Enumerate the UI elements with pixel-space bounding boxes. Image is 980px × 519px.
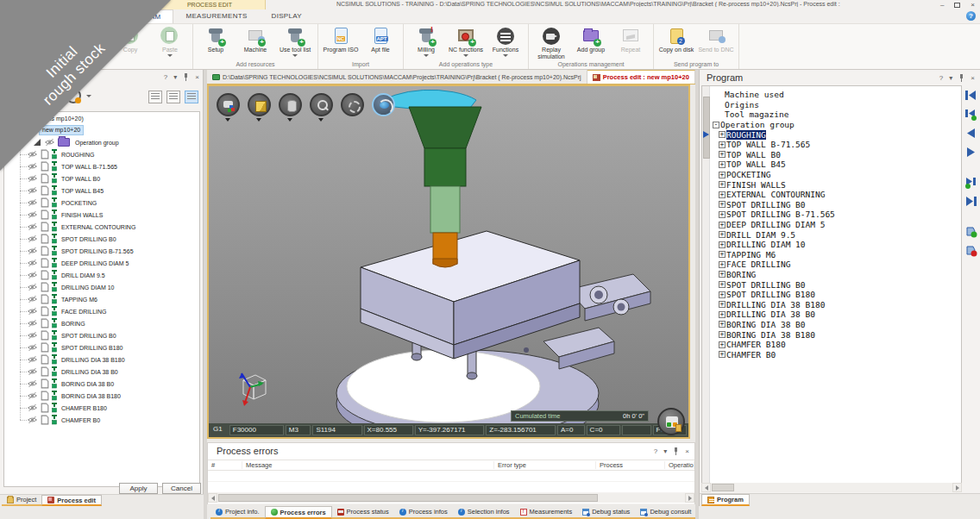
expand-icon[interactable] <box>719 261 726 268</box>
program-operation-node[interactable]: BORING <box>713 270 835 280</box>
program-operation-node[interactable]: ROUGHING <box>713 129 835 140</box>
operation-tree-item[interactable]: DRILL DIAM 9.5 <box>4 269 199 281</box>
minimize-button[interactable]: – <box>940 1 944 9</box>
panel-menu-icon[interactable]: ▾ <box>173 73 177 81</box>
operation-tree-item[interactable]: DRILLING DIA 38 B0 <box>4 366 199 378</box>
expand-icon[interactable] <box>719 281 726 288</box>
go-first-icon[interactable] <box>964 89 977 102</box>
scroll-left-icon[interactable] <box>701 483 711 492</box>
functions-button[interactable]: Functions <box>486 26 525 60</box>
expand-icon[interactable] <box>719 231 726 238</box>
viewport-tool-button[interactable] <box>340 93 364 122</box>
simulate-check-green-icon[interactable] <box>964 225 977 238</box>
hide-eye-icon[interactable] <box>27 319 38 328</box>
operation-tree-item[interactable]: ROUGHING <box>4 148 199 160</box>
viewport-tool-button[interactable] <box>216 93 240 122</box>
status-tab[interactable]: Process errors <box>265 506 332 519</box>
status-tab[interactable]: Process status <box>332 506 394 519</box>
viewport-tool-button[interactable] <box>247 93 271 122</box>
status-tab[interactable]: Debug consult <box>635 506 696 519</box>
expand-icon[interactable] <box>719 201 726 208</box>
column-header[interactable]: Error type <box>494 461 596 469</box>
machine-view-icon[interactable] <box>657 408 685 435</box>
operation-tree-item[interactable]: DRILLING DIAM 10 <box>4 281 199 293</box>
status-tab[interactable]: Selection infos <box>453 506 515 519</box>
errors-hscrollbar[interactable] <box>208 493 694 503</box>
status-tab[interactable]: Measurements <box>515 506 578 519</box>
program-operation-node[interactable]: BORING DIA 38 B0 <box>713 320 835 330</box>
operation-tree-item[interactable]: TOP WALL B45 <box>4 184 199 197</box>
hide-eye-icon[interactable] <box>27 367 38 376</box>
expand-icon[interactable] <box>719 341 726 348</box>
scroll-right-icon[interactable] <box>952 483 962 492</box>
go-last-icon[interactable] <box>964 195 977 208</box>
repeat-button[interactable]: Repeat <box>611 26 650 60</box>
operation-group-label[interactable]: Operation group <box>75 140 119 146</box>
operation-tree-item[interactable]: BORING DIA 38 B180 <box>4 390 199 402</box>
operation-tree-item[interactable]: CHAMFER B0 <box>4 414 199 426</box>
panel-close-icon[interactable]: × <box>685 447 689 455</box>
operation-tree-item[interactable]: BORING <box>4 317 199 329</box>
program-operation-group-node[interactable]: Operation group <box>713 120 835 130</box>
add-group-button[interactable]: + Add group <box>571 26 611 60</box>
hide-eye-icon[interactable] <box>27 307 38 316</box>
hide-eye-icon[interactable] <box>27 210 38 219</box>
hide-eye-icon[interactable] <box>27 259 38 267</box>
program-operation-node[interactable]: DRILLING DIA 38 B0 <box>713 310 835 320</box>
replay-simulation-button[interactable]: Replay simulation <box>531 26 571 60</box>
program-tab[interactable]: Program <box>701 494 750 506</box>
program-static-node[interactable]: Tool magazine <box>713 109 835 120</box>
hide-eye-icon[interactable] <box>27 343 38 352</box>
operation-tree-item[interactable]: EXTERNAL CONTOURING <box>4 221 199 233</box>
status-tab[interactable]: Debug status <box>577 506 635 519</box>
hide-eye-icon[interactable] <box>27 150 38 159</box>
operation-tree-item[interactable]: SPOT DRILLING B-71.565 <box>4 245 199 257</box>
program-operation-node[interactable]: BORING DIA 38 B180 <box>713 329 835 340</box>
expand-icon[interactable] <box>719 351 726 358</box>
panel-menu-icon[interactable]: ▾ <box>949 74 952 82</box>
hide-eye-icon[interactable] <box>27 198 38 207</box>
program-operation-node[interactable]: SPOT DRILLING B180 <box>713 290 835 300</box>
viewport-tool-button[interactable] <box>309 93 333 122</box>
expand-icon[interactable] <box>719 321 726 328</box>
operation-tree-item[interactable]: BORING DIA 38 B0 <box>4 378 199 390</box>
hide-eye-icon[interactable] <box>44 138 55 147</box>
selected-program-node[interactable]: new mp10+20 <box>39 125 84 135</box>
setup-button[interactable]: + Setup <box>196 26 236 60</box>
hide-eye-icon[interactable] <box>27 174 38 183</box>
hide-eye-icon[interactable] <box>27 355 38 364</box>
hide-eye-icon[interactable] <box>27 379 38 388</box>
hide-eye-icon[interactable] <box>27 283 38 291</box>
operation-tree-item[interactable]: DRILLING DIA 38 B180 <box>4 353 199 366</box>
operation-tree-item[interactable]: TOP WALL B-71.565 <box>4 160 199 172</box>
operation-tree-item[interactable]: POCKETING <box>4 197 199 209</box>
send-to-dnc-button[interactable]: Send to DNC <box>696 26 736 60</box>
chevron-down-icon[interactable] <box>86 95 91 97</box>
operation-tree-item[interactable]: FACE DRILLING <box>4 305 199 317</box>
hide-eye-icon[interactable] <box>27 234 38 243</box>
scroll-thumb[interactable] <box>712 484 734 491</box>
operation-tree-item[interactable]: SPOT DRILLING B0 <box>4 233 199 245</box>
program-operation-node[interactable]: DRILLING DIAM 10 <box>713 240 835 250</box>
operation-tree-item[interactable]: TOP WALL B0 <box>4 172 199 184</box>
expand-icon[interactable] <box>719 241 726 248</box>
pin-icon[interactable] <box>183 73 189 81</box>
machine-button[interactable]: + Machine <box>236 26 275 60</box>
cancel-button[interactable]: Cancel <box>162 483 201 494</box>
panel-tab[interactable]: Project <box>2 495 41 506</box>
operation-tree-item[interactable]: SPOT DRILLING B180 <box>4 341 199 353</box>
panel-close-icon[interactable]: × <box>971 74 975 82</box>
scroll-thumb[interactable] <box>218 494 598 502</box>
program-operation-node[interactable]: TOP WALL B-71.565 <box>713 140 835 150</box>
pin-icon[interactable] <box>673 447 679 455</box>
apt-file-button[interactable]: APT Apt file <box>361 26 400 60</box>
maximize-button[interactable] <box>954 3 960 8</box>
operation-tree-item[interactable]: DEEP DRILLING DIAM 5 <box>4 257 199 269</box>
program-operation-node[interactable]: DRILL DIAM 9.5 <box>713 229 835 240</box>
expand-icon[interactable] <box>719 191 726 198</box>
copy-on-disk-button[interactable]: 2 Copy on disk <box>656 26 696 60</box>
hide-eye-icon[interactable] <box>27 222 38 231</box>
paste-button[interactable]: Paste <box>150 26 190 60</box>
collapse-icon[interactable] <box>713 122 719 128</box>
program-hscrollbar[interactable] <box>701 483 962 492</box>
